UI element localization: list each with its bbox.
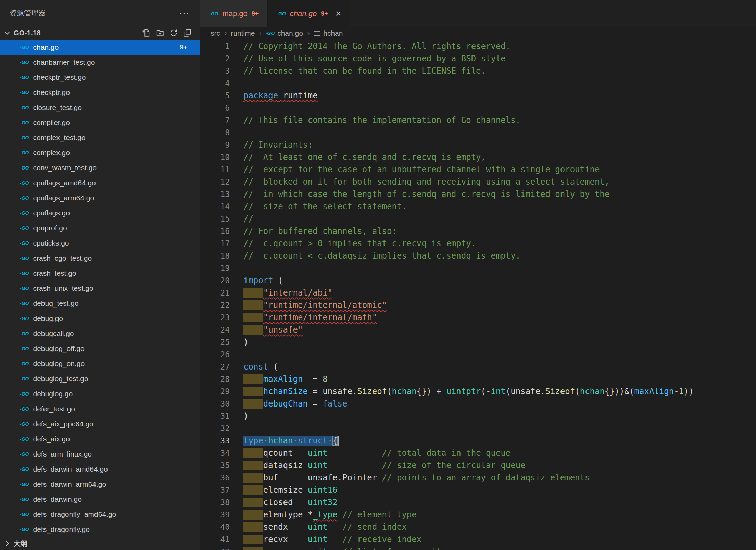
code-line[interactable]: 13// in which case the length of c.sendq… — [200, 188, 756, 200]
line-number[interactable]: 22 — [200, 299, 230, 311]
code-line[interactable]: 34 qcount uint // total data in the queu… — [200, 447, 756, 459]
code-line[interactable]: 21 "internal/abi" — [200, 287, 756, 299]
line-number[interactable]: 25 — [200, 336, 230, 348]
file-item[interactable]: -GOdefs_darwin_amd64.go — [0, 462, 200, 477]
line-number[interactable]: 35 — [200, 459, 230, 472]
line-number[interactable]: 7 — [200, 114, 230, 126]
code-line[interactable]: 18// c.qcount < c.dataqsiz implies that … — [200, 250, 756, 262]
file-item[interactable]: -GOdefs_arm_linux.go — [0, 447, 200, 462]
breadcrumb-item[interactable]: src — [211, 29, 220, 37]
outline-section[interactable]: 大纲 — [0, 537, 200, 550]
code-line[interactable]: 32 — [200, 422, 756, 435]
file-item[interactable]: -GOconv_wasm_test.go — [0, 160, 200, 175]
line-number[interactable]: 41 — [200, 533, 230, 546]
line-number[interactable]: 37 — [200, 484, 230, 496]
code-line[interactable]: 11// except for the case of an unbuffere… — [200, 163, 756, 176]
line-number[interactable]: 15 — [200, 213, 230, 225]
code-line[interactable]: 27const ( — [200, 361, 756, 373]
line-number[interactable]: 39 — [200, 509, 230, 521]
file-item[interactable]: -GOcrash_unix_test.go — [0, 281, 200, 296]
line-number[interactable]: 4 — [200, 77, 230, 89]
file-item[interactable]: -GOcompiler.go — [0, 115, 200, 130]
line-number[interactable]: 17 — [200, 237, 230, 250]
file-item[interactable]: -GOdefs_aix_ppc64.go — [0, 416, 200, 432]
line-number[interactable]: 8 — [200, 126, 230, 139]
file-item[interactable]: -GOdefs_dragonfly.go — [0, 522, 200, 537]
code-line[interactable]: 5package runtime — [200, 89, 756, 102]
code-line[interactable]: 19 — [200, 262, 756, 274]
line-number[interactable]: 30 — [200, 398, 230, 410]
code-line[interactable]: 25) — [200, 336, 756, 348]
file-item[interactable]: -GOdefs_darwin.go — [0, 492, 200, 507]
code-line[interactable]: 1// Copyright 2014 The Go Authors. All r… — [200, 40, 756, 52]
file-item[interactable]: -GOchanbarrier_test.go — [0, 55, 200, 70]
file-item[interactable]: -GOdebuglog_test.go — [0, 371, 200, 386]
line-number[interactable]: 33 — [200, 435, 230, 447]
file-item[interactable]: -GOcpuflags.go — [0, 205, 200, 221]
code-editor[interactable]: 1// Copyright 2014 The Go Authors. All r… — [200, 39, 756, 550]
breadcrumb-item[interactable]: runtime — [231, 29, 255, 37]
breadcrumb-item[interactable]: hchan — [314, 29, 343, 37]
file-item[interactable]: -GOchan.go9+ — [0, 40, 200, 55]
tab-chan.go[interactable]: -GOchan.go9+× — [268, 0, 350, 27]
code-line[interactable]: 9// Invariants: — [200, 139, 756, 151]
line-number[interactable]: 32 — [200, 422, 230, 435]
tab-map.go[interactable]: -GOmap.go9+ — [200, 0, 268, 27]
collapse-all-icon[interactable] — [183, 29, 191, 37]
line-number[interactable]: 20 — [200, 274, 230, 287]
breadcrumb-item[interactable]: -GOchan.go — [266, 29, 303, 37]
line-number[interactable]: 26 — [200, 348, 230, 361]
line-number[interactable]: 18 — [200, 250, 230, 262]
line-number[interactable]: 11 — [200, 163, 230, 176]
line-number[interactable]: 12 — [200, 176, 230, 188]
file-item[interactable]: -GOdebug_test.go — [0, 296, 200, 311]
line-number[interactable]: 29 — [200, 385, 230, 398]
file-item[interactable]: -GOclosure_test.go — [0, 100, 200, 115]
code-line[interactable]: 23 "runtime/internal/math" — [200, 311, 756, 324]
code-line[interactable]: 36 buf unsafe.Pointer // points to an ar… — [200, 472, 756, 484]
refresh-icon[interactable] — [169, 29, 178, 37]
code-line[interactable]: 14// size of the select statement. — [200, 200, 756, 213]
file-item[interactable]: -GOcrash_cgo_test.go — [0, 251, 200, 266]
file-item[interactable]: -GOdebuglog_off.go — [0, 341, 200, 356]
file-item[interactable]: -GOdebuglog.go — [0, 386, 200, 401]
file-item[interactable]: -GOcrash_test.go — [0, 266, 200, 281]
new-folder-icon[interactable] — [156, 29, 164, 37]
code-line[interactable]: 8 — [200, 126, 756, 139]
code-line[interactable]: 15// — [200, 213, 756, 225]
line-number[interactable]: 27 — [200, 361, 230, 373]
new-file-icon[interactable] — [142, 29, 150, 37]
file-item[interactable]: -GOcomplex_test.go — [0, 130, 200, 145]
line-number[interactable]: 19 — [200, 262, 230, 274]
file-item[interactable]: -GOcpuflags_amd64.go — [0, 175, 200, 190]
file-item[interactable]: -GOcpuprof.go — [0, 221, 200, 236]
code-line[interactable]: 20import ( — [200, 274, 756, 287]
code-line[interactable]: 29 hchanSize = unsafe.Sizeof(hchan{}) + … — [200, 385, 756, 398]
code-line[interactable]: 2// Use of this source code is governed … — [200, 52, 756, 65]
section-header-go-1.18[interactable]: GO-1.18 — [0, 26, 200, 40]
file-item[interactable]: -GOdefs_darwin_arm64.go — [0, 477, 200, 492]
code-line[interactable]: 38 closed uint32 — [200, 496, 756, 509]
line-number[interactable]: 28 — [200, 373, 230, 385]
line-number[interactable]: 38 — [200, 496, 230, 509]
line-number[interactable]: 3 — [200, 65, 230, 77]
code-line[interactable]: 40 sendx uint // send index — [200, 521, 756, 533]
file-item[interactable]: -GOcheckptr_test.go — [0, 70, 200, 85]
line-number[interactable]: 1 — [200, 40, 230, 52]
file-item[interactable]: -GOdebugcall.go — [0, 326, 200, 341]
close-icon[interactable]: × — [336, 9, 341, 18]
line-number[interactable]: 24 — [200, 324, 230, 336]
code-line[interactable]: 35 dataqsiz uint // size of the circular… — [200, 459, 756, 472]
file-item[interactable]: -GOcomplex.go — [0, 145, 200, 160]
file-item[interactable]: -GOdefer_test.go — [0, 401, 200, 416]
line-number[interactable]: 13 — [200, 188, 230, 200]
code-line[interactable]: 31) — [200, 410, 756, 422]
line-number[interactable]: 21 — [200, 287, 230, 299]
line-number[interactable]: 16 — [200, 225, 230, 237]
code-line[interactable]: 24 "unsafe" — [200, 324, 756, 336]
code-line[interactable]: 33type·hchan·struct·{ — [200, 435, 756, 447]
line-number[interactable]: 14 — [200, 200, 230, 213]
line-number[interactable]: 10 — [200, 151, 230, 163]
code-line[interactable]: 26 — [200, 348, 756, 361]
file-item[interactable]: -GOcpuflags_arm64.go — [0, 190, 200, 205]
